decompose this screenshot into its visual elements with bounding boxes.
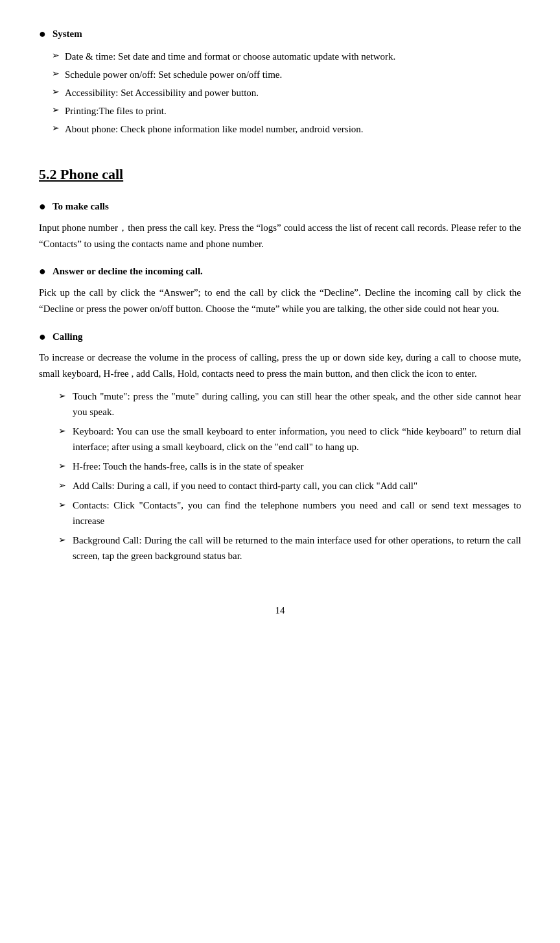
arrow-icon: ➢ <box>58 479 66 493</box>
arrow-icon: ➢ <box>52 85 60 99</box>
calling-list-item: ➢Add Calls: During a call, if you need t… <box>58 478 521 494</box>
list-item: ➢ Accessibility: Set Accessibility and p… <box>52 85 521 101</box>
system-section: ● System ➢ Date & time: Set date and tim… <box>39 26 521 137</box>
calling-item-text: Keyboard: You can use the small keyboard… <box>73 424 521 455</box>
answer-label: Answer or decline the incoming call. <box>52 263 203 279</box>
calling-list-item: ➢Keyboard: You can use the small keyboar… <box>58 424 521 455</box>
arrow-icon: ➢ <box>52 121 60 136</box>
arrow-icon: ➢ <box>58 389 66 403</box>
system-item-2: Accessibility: Set Accessibility and pow… <box>65 85 259 101</box>
arrow-icon: ➢ <box>58 459 66 473</box>
calling-item-text: Touch "mute": press the "mute" during ca… <box>73 388 521 420</box>
system-label: System <box>52 26 82 42</box>
make-calls-bullet: ● To make calls <box>39 198 521 216</box>
calling-list: ➢Touch "mute": press the "mute" during c… <box>58 388 521 564</box>
list-item: ➢ Printing:The files to print. <box>52 103 521 119</box>
calling-bullet: ● Calling <box>39 329 521 346</box>
calling-list-item: ➢Touch "mute": press the "mute" during c… <box>58 388 521 420</box>
system-item-4: About phone: Check phone information lik… <box>65 121 364 137</box>
page-number: 14 <box>39 603 521 618</box>
bullet-dot: ● <box>39 328 46 346</box>
arrow-icon: ➢ <box>52 103 60 117</box>
calling-list-item: ➢H-free: Touch the hands-free, calls is … <box>58 459 521 474</box>
list-item: ➢ Date & time: Set date and time and for… <box>52 49 521 64</box>
calling-item-text: Add Calls: During a call, if you need to… <box>73 478 417 494</box>
bullet-dot: ● <box>39 262 46 281</box>
make-calls-label: To make calls <box>52 198 109 214</box>
calling-label: Calling <box>52 329 83 344</box>
section-heading: 5.2 Phone call <box>39 163 521 185</box>
phone-call-section: 5.2 Phone call ● To make calls Input pho… <box>39 163 521 564</box>
answer-body: Pick up the call by click the “Answer”; … <box>39 285 521 317</box>
system-item-0: Date & time: Set date and time and forma… <box>65 49 395 64</box>
bullet-dot: ● <box>39 25 46 43</box>
calling-item-text: H-free: Touch the hands-free, calls is i… <box>73 459 303 474</box>
list-item: ➢ About phone: Check phone information l… <box>52 121 521 137</box>
arrow-icon: ➢ <box>58 533 66 547</box>
system-list: ➢ Date & time: Set date and time and for… <box>52 49 521 137</box>
arrow-icon: ➢ <box>52 49 60 63</box>
calling-item-text: Background Call: During the call will be… <box>73 532 521 564</box>
calling-item-text: Contacts: Click "Contacts", you can find… <box>73 497 521 529</box>
arrow-icon: ➢ <box>58 498 66 512</box>
system-item-1: Schedule power on/off: Set schedule powe… <box>65 67 282 82</box>
bullet-dot: ● <box>39 197 46 216</box>
arrow-icon: ➢ <box>58 424 66 438</box>
calling-list-item: ➢Background Call: During the call will b… <box>58 532 521 564</box>
system-heading: ● System <box>39 26 521 43</box>
list-item: ➢ Schedule power on/off: Set schedule po… <box>52 67 521 82</box>
arrow-icon: ➢ <box>52 67 60 81</box>
system-item-3: Printing:The files to print. <box>65 103 167 119</box>
calling-list-item: ➢Contacts: Click "Contacts", you can fin… <box>58 497 521 529</box>
make-calls-body: Input phone number，then press the call k… <box>39 220 521 252</box>
calling-body: To increase or decrease the volume in th… <box>39 350 521 382</box>
answer-bullet: ● Answer or decline the incoming call. <box>39 263 521 281</box>
